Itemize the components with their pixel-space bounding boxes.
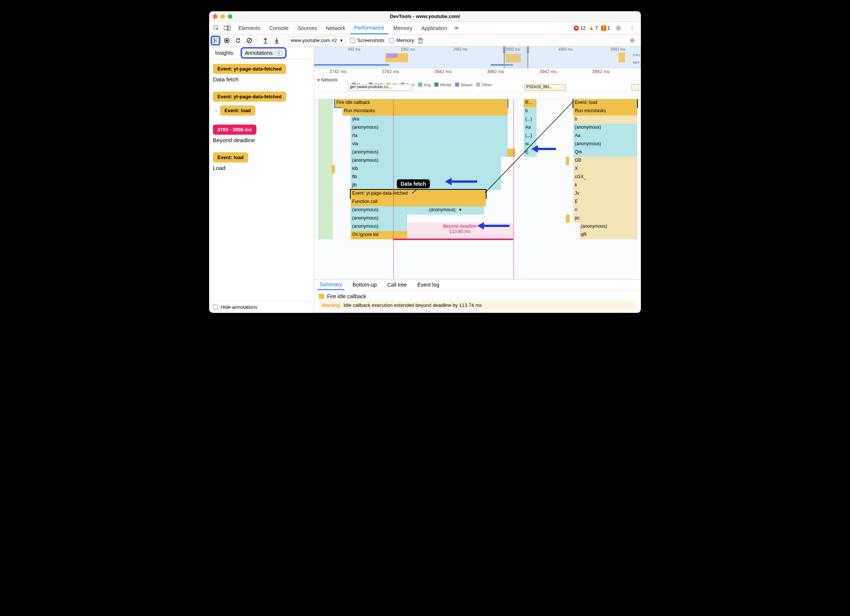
svg-point-3 — [618, 27, 619, 29]
sidebar-tab-insights[interactable]: Insights — [212, 48, 236, 57]
flame-bar[interactable]: R... — [524, 99, 537, 107]
trash-icon[interactable] — [416, 36, 425, 45]
flame-bar[interactable]: (anonymous) — [351, 157, 501, 165]
detail-tab-bottomup[interactable]: Bottom-up — [350, 279, 379, 290]
clear-button[interactable] — [244, 36, 254, 45]
sidebar-tabs: Insights Annotations 4 — [209, 47, 314, 59]
main-area: Insights Annotations 4 Event: yt-page-da… — [209, 47, 641, 313]
hide-annotations-checkbox[interactable] — [213, 305, 218, 310]
flame-chart[interactable]: Fire idle callbackRun microtasksyka(anon… — [314, 99, 641, 279]
maximize-icon[interactable] — [228, 14, 232, 19]
detail-tabs: Summary Bottom-up Call tree Event log — [314, 279, 641, 290]
error-badge[interactable]: ✕12 — [574, 25, 585, 31]
flame-bar[interactable]: ri — [573, 206, 637, 215]
annotation-item[interactable]: 3783 - 3896 ms Beyond deadline — [213, 125, 310, 143]
label-data-fetch: Data fetch — [397, 179, 430, 188]
flame-bar[interactable]: GB — [573, 157, 637, 165]
flame-bar[interactable]: Aa — [573, 132, 637, 140]
close-icon[interactable] — [213, 14, 217, 19]
flame-bar[interactable]: pc — [573, 215, 637, 223]
flame-bar[interactable]: (anonymous) — [351, 149, 508, 157]
tab-sources[interactable]: Sources — [294, 22, 321, 34]
device-icon[interactable] — [222, 22, 232, 34]
tab-performance[interactable]: Performance — [350, 22, 388, 34]
flame-bar[interactable]: (anonymous) — [351, 223, 407, 231]
window-title: DevTools - www.youtube.com/ — [390, 14, 460, 19]
flame-bar[interactable]: Run microtasks — [342, 107, 508, 116]
titlebar: DevTools - www.youtube.com/ — [209, 11, 641, 22]
tab-memory[interactable]: Memory — [390, 22, 416, 34]
flame-bar[interactable]: klb — [351, 165, 501, 173]
perf-settings-icon[interactable] — [627, 36, 637, 45]
detail-tab-summary[interactable]: Summary — [317, 279, 344, 290]
screenshots-checkbox[interactable]: Screenshots — [350, 38, 384, 43]
issue-badge[interactable]: !1 — [601, 25, 610, 31]
download-button[interactable] — [272, 36, 282, 45]
annotations-count: 4 — [275, 50, 282, 56]
annotation-item[interactable]: Event: yt-page-data-fetched Data fetch — [213, 64, 310, 83]
sidebar: Insights Annotations 4 Event: yt-page-da… — [209, 47, 314, 313]
devtools-window: DevTools - www.youtube.com/ Elements Con… — [209, 11, 641, 313]
time-ruler: 3742 ms 3792 ms 3842 ms 3892 ms 3942 ms … — [314, 68, 641, 76]
flame-bar[interactable]: vla — [351, 140, 508, 149]
flame-bar[interactable]: (anonymous) — [573, 140, 637, 149]
flame-bar[interactable]: b — [573, 116, 637, 124]
dropdown-icon: ▾ — [340, 38, 343, 43]
flame-bar[interactable]: Fire idle callback — [335, 99, 508, 107]
network-request[interactable]: PSDnSl_8fd... — [524, 84, 566, 91]
more-tabs-icon[interactable]: ≫ — [451, 22, 462, 34]
perf-toolbar: www.youtube.com #2 ▾ Screenshots Memory — [209, 35, 641, 47]
flame-bar[interactable]: rla — [351, 132, 508, 140]
network-request[interactable] — [631, 84, 639, 91]
arrow-icon: → — [213, 108, 218, 113]
flame-bar[interactable]: (anonymous) — [351, 206, 407, 215]
flame-bar[interactable]: On ignore list — [351, 231, 407, 239]
tab-elements[interactable]: Elements — [235, 22, 264, 34]
flame-bar[interactable]: Event: load — [573, 99, 637, 107]
tab-application[interactable]: Application — [417, 22, 451, 34]
network-request[interactable]: get (www.youtube.co... — [348, 84, 412, 91]
upload-button[interactable] — [261, 36, 270, 45]
timeline-overview[interactable]: 992 ms 1992 ms 2992 ms 3992 ms 4992 ms 5… — [314, 47, 641, 68]
annotation-item[interactable]: Event: yt-page-data-fetched → Event: loa… — [213, 92, 310, 116]
tab-network[interactable]: Network — [322, 22, 349, 34]
flame-bar[interactable]: Run microtasks — [573, 107, 637, 116]
tab-console[interactable]: Console — [265, 22, 292, 34]
flame-bar[interactable]: (...) — [524, 132, 537, 140]
flame-bar[interactable]: b — [524, 107, 537, 116]
detail-tab-eventlog[interactable]: Event log — [415, 279, 442, 290]
sidebar-tab-annotations[interactable]: Annotations 4 — [241, 47, 286, 59]
flame-bar[interactable]: X — [573, 165, 637, 173]
flame-bar[interactable]: qR — [579, 231, 637, 239]
flame-bar[interactable]: Event: yt-page-data-fetched — [351, 190, 486, 198]
flame-bar[interactable]: yka — [351, 116, 508, 124]
flame-bar[interactable]: Jv — [573, 190, 637, 198]
panel-tabs: Elements Console Sources Network Perform… — [235, 22, 451, 34]
warning-badge[interactable]: ▲7 — [589, 25, 598, 31]
settings-icon[interactable] — [613, 25, 624, 31]
memory-checkbox[interactable]: Memory — [389, 38, 414, 43]
flame-bar[interactable]: E — [573, 198, 637, 206]
flame-bar[interactable]: (anonymous) — [351, 215, 407, 223]
flame-bar[interactable]: k — [573, 182, 637, 190]
reload-button[interactable] — [233, 36, 243, 45]
minimize-icon[interactable] — [220, 14, 225, 19]
inspect-icon[interactable] — [211, 22, 222, 34]
flame-bar[interactable]: Qm — [573, 149, 637, 157]
warning-row: Warning Idle callback execution extended… — [319, 301, 636, 310]
flame-bar[interactable]: (anonymous) — [573, 124, 637, 132]
flame-bar[interactable]: Function call — [351, 198, 486, 206]
network-track[interactable]: Network Doc CSS JS Font Img Media Wasm O… — [314, 76, 641, 92]
record-button[interactable] — [222, 36, 232, 45]
toggle-sidebar-button[interactable] — [211, 36, 220, 45]
flame-bar[interactable]: (anonymous) — [579, 223, 637, 231]
flame-bar[interactable]: (...) — [524, 116, 537, 124]
flame-bar[interactable]: (anonymous) — [351, 124, 508, 132]
detail-tab-calltree[interactable]: Call tree — [385, 279, 409, 290]
annotation-item[interactable]: Event: load Load — [213, 152, 310, 171]
flame-bar[interactable]: Aa — [524, 124, 537, 132]
kebab-icon[interactable]: ⋮ — [627, 25, 637, 31]
flame-bar[interactable]: cGX_ — [573, 173, 637, 182]
recording-select[interactable]: www.youtube.com #2 ▾ — [288, 36, 345, 44]
flame-bar[interactable]: (anonymous) ▾ — [407, 206, 484, 215]
